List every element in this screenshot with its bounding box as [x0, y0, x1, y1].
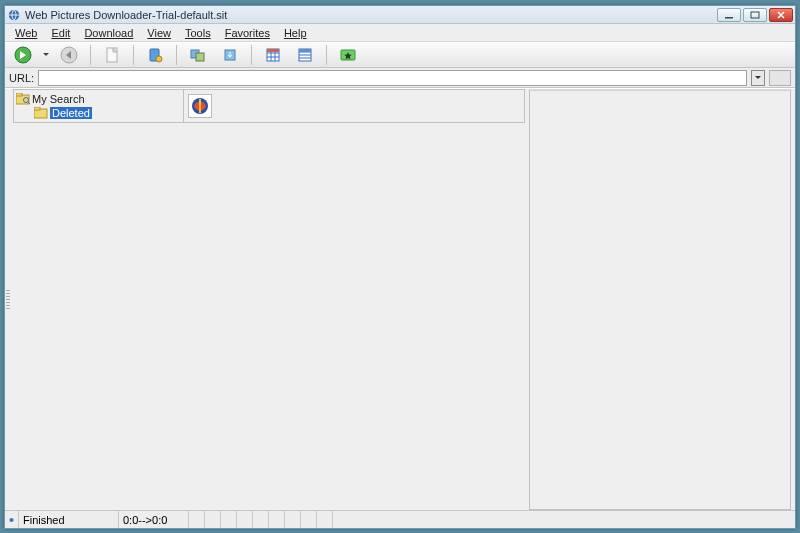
window-title: Web Pictures Downloader-Trial-default.si…	[25, 9, 717, 21]
app-window: Web Pictures Downloader-Trial-default.si…	[4, 5, 796, 529]
svg-rect-12	[267, 49, 279, 52]
back-button[interactable]	[55, 44, 83, 66]
left-pane: My Search Deleted	[13, 89, 525, 123]
menu-tools[interactable]: Tools	[179, 26, 217, 40]
folder-icon	[34, 107, 48, 119]
svg-point-7	[156, 56, 162, 62]
svg-rect-17	[16, 93, 22, 96]
new-doc-button[interactable]	[98, 44, 126, 66]
svg-rect-2	[751, 12, 759, 18]
left-grip[interactable]	[5, 89, 11, 510]
thumbnail-area[interactable]	[184, 90, 524, 122]
tree-root[interactable]: My Search	[16, 92, 181, 106]
menu-bar: Web Edit Download View Tools Favorites H…	[5, 24, 795, 42]
menu-edit[interactable]: Edit	[45, 26, 76, 40]
view-grid-button[interactable]	[259, 44, 287, 66]
images-button[interactable]	[184, 44, 212, 66]
status-cell	[269, 511, 285, 528]
svg-rect-9	[196, 53, 204, 61]
tree-child-label: Deleted	[50, 107, 92, 119]
separator	[251, 45, 252, 65]
separator	[326, 45, 327, 65]
app-settings-button[interactable]	[141, 44, 169, 66]
url-dropdown[interactable]	[751, 70, 765, 86]
svg-rect-22	[199, 99, 201, 113]
status-time: 0:0-->0:0	[119, 511, 189, 528]
status-bar: Finished 0:0-->0:0	[5, 510, 795, 528]
status-cell	[189, 511, 205, 528]
thumbnail-item[interactable]	[188, 94, 212, 118]
status-icon	[5, 511, 19, 528]
preview-area[interactable]	[529, 89, 791, 510]
tree-root-label: My Search	[32, 93, 85, 105]
main-area: My Search Deleted	[5, 88, 795, 510]
close-button[interactable]	[769, 8, 793, 22]
download-button[interactable]	[216, 44, 244, 66]
separator	[133, 45, 134, 65]
favorite-button[interactable]	[334, 44, 362, 66]
status-cell	[253, 511, 269, 528]
svg-rect-1	[725, 17, 733, 19]
separator	[176, 45, 177, 65]
menu-view[interactable]: View	[141, 26, 177, 40]
status-message: Finished	[19, 511, 119, 528]
menu-download[interactable]: Download	[78, 26, 139, 40]
tree-child-deleted[interactable]: Deleted	[34, 106, 181, 120]
url-label: URL:	[9, 72, 34, 84]
menu-favorites[interactable]: Favorites	[219, 26, 276, 40]
url-input[interactable]	[38, 70, 747, 86]
go-button[interactable]	[9, 44, 37, 66]
status-cell	[285, 511, 301, 528]
status-cell	[301, 511, 317, 528]
app-icon	[7, 8, 21, 22]
search-folder-icon	[16, 93, 30, 105]
status-cell	[317, 511, 333, 528]
separator	[90, 45, 91, 65]
maximize-button[interactable]	[743, 8, 767, 22]
menu-help[interactable]: Help	[278, 26, 313, 40]
url-bar: URL:	[5, 68, 795, 88]
svg-point-23	[9, 517, 13, 521]
status-cell	[205, 511, 221, 528]
svg-rect-20	[34, 107, 40, 110]
toolbar	[5, 42, 795, 68]
right-pane	[529, 89, 791, 510]
status-cell	[237, 511, 253, 528]
menu-web[interactable]: Web	[9, 26, 43, 40]
title-bar: Web Pictures Downloader-Trial-default.si…	[5, 6, 795, 24]
url-go-button[interactable]	[769, 70, 791, 86]
minimize-button[interactable]	[717, 8, 741, 22]
tree-view[interactable]: My Search Deleted	[14, 90, 184, 122]
svg-rect-14	[299, 49, 311, 52]
view-list-button[interactable]	[291, 44, 319, 66]
go-dropdown[interactable]	[41, 44, 51, 66]
status-cell	[221, 511, 237, 528]
